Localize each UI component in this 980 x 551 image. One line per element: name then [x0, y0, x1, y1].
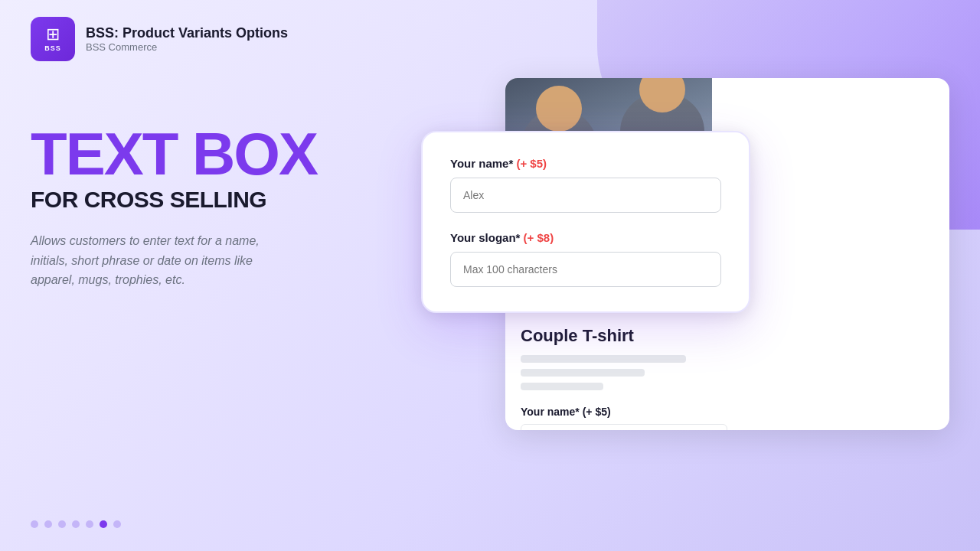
dot-6[interactable] — [100, 520, 107, 528]
form-field1-input[interactable] — [450, 178, 721, 213]
main-content: TEXT BOX FOR CROSS SELLING Allows custom… — [0, 86, 980, 290]
skeleton-line-3 — [521, 383, 603, 390]
dot-2[interactable] — [44, 520, 52, 528]
hero-description: Allows customers to enter text for a nam… — [31, 231, 291, 290]
skeleton-line-1 — [521, 355, 686, 363]
dot-3[interactable] — [58, 520, 66, 528]
form-field2-label: Your slogan* (+ $8) — [450, 231, 721, 244]
skeleton-line-2 — [521, 369, 645, 377]
hero-subtitle: FOR CROSS SELLING — [31, 187, 429, 213]
product-title: Couple T-shirt — [521, 326, 727, 346]
bg-field1-input: Alex — [521, 424, 727, 430]
left-section: TEXT BOX FOR CROSS SELLING Allows custom… — [31, 86, 429, 290]
form-field2-price: (+ $8) — [524, 231, 554, 244]
app-title: BSS: Product Variants Options — [86, 25, 288, 41]
bg-field1-label: Your name* (+ $5) — [521, 406, 727, 418]
app-logo: ⊞ BSS — [31, 17, 75, 61]
hero-title: TEXT BOX — [31, 124, 429, 184]
dot-4[interactable] — [72, 520, 80, 528]
floating-form-card: Your name* (+ $5) Your slogan* (+ $8) — [421, 131, 750, 313]
app-subtitle: BSS Commerce — [86, 41, 288, 53]
form-field2-input[interactable] — [450, 252, 721, 287]
right-section: Couple T-shirt Your name* (+ $5) Alex Yo… — [444, 86, 949, 290]
logo-bss-text: BSS — [44, 44, 61, 52]
header-text: BSS: Product Variants Options BSS Commer… — [86, 25, 288, 53]
form-field1-label: Your name* (+ $5) — [450, 157, 721, 170]
pagination-dots — [31, 520, 121, 528]
logo-icon: ⊞ — [46, 26, 60, 43]
dot-7[interactable] — [113, 520, 121, 528]
product-info: Couple T-shirt Your name* (+ $5) Alex Yo… — [505, 308, 743, 430]
dot-5[interactable] — [86, 520, 93, 528]
dot-1[interactable] — [31, 520, 38, 528]
form-field1-price: (+ $5) — [516, 157, 547, 170]
